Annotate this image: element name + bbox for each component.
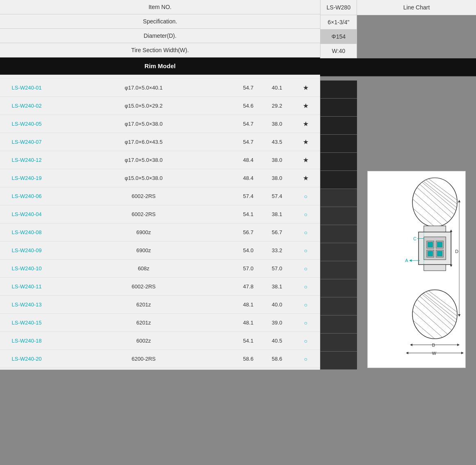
row-num2: 38.1: [263, 280, 291, 293]
row-spec: φ17.0×5.0×40.1: [53, 81, 234, 94]
svg-marker-61: [461, 352, 464, 354]
row-id[interactable]: LS-W240-07: [0, 136, 53, 148]
svg-text:B: B: [432, 343, 435, 348]
row-mark: ○: [291, 280, 320, 293]
row-mark: ★: [291, 135, 320, 149]
svg-point-0: [412, 178, 457, 227]
row-id[interactable]: LS-W240-06: [0, 190, 53, 203]
row-spec: 6002-2RS: [53, 190, 234, 203]
row-num1: 57.4: [234, 190, 263, 203]
svg-text:W: W: [432, 351, 437, 356]
table-row: LS-W240-19 φ15.0×5.0×38.0 48.4 38.0 ★: [0, 169, 320, 187]
row-id[interactable]: LS-W240-20: [0, 352, 53, 365]
row-id[interactable]: LS-W240-04: [0, 208, 53, 221]
row-mark: ○: [291, 298, 320, 311]
row-num1: 54.6: [234, 99, 263, 112]
svg-marker-56: [410, 343, 412, 346]
svg-point-28: [412, 290, 457, 339]
svg-marker-49: [409, 259, 412, 262]
row-num2: 38.1: [263, 208, 291, 221]
table-row: LS-W240-18 6002z 54.1 40.5 ○: [0, 332, 320, 350]
row-num2: 39.0: [263, 316, 291, 329]
table-row: LS-W240-08 6900z 56.7 56.7 ○: [0, 223, 320, 242]
row-num2: 40.1: [263, 81, 291, 94]
row-num1: 48.4: [234, 172, 263, 184]
row-id[interactable]: LS-W240-18: [0, 334, 53, 347]
table-row: LS-W240-04 6002-2RS 54.1 38.1 ○: [0, 205, 320, 223]
row-num1: 54.1: [234, 334, 263, 347]
spec-value: 6×1-3/4": [320, 15, 357, 30]
row-id[interactable]: LS-W240-12: [0, 154, 53, 166]
row-mark: ○: [291, 316, 320, 329]
table-row: LS-W240-05 φ17.0×5.0×38.0 54.7 38.0 ★: [0, 115, 320, 133]
row-id[interactable]: LS-W240-19: [0, 172, 53, 184]
ls-w280-header: LS-W280: [320, 0, 357, 15]
row-num2: 43.5: [263, 136, 291, 148]
row-spec: 6900z: [53, 226, 234, 239]
row-num1: 58.6: [234, 352, 263, 365]
row-num2: 38.0: [263, 154, 291, 166]
svg-rect-24: [437, 242, 442, 247]
row-spec: 6002z: [53, 334, 234, 347]
svg-marker-53: [450, 265, 452, 267]
row-num1: 54.7: [234, 117, 263, 130]
line-chart-diagram: C A D B: [367, 171, 466, 368]
row-mark: ★: [291, 171, 320, 185]
row-num1: 54.7: [234, 81, 263, 94]
row-mark: ★: [291, 117, 320, 131]
table-row: LS-W240-10 608z 57.0 57.0 ○: [0, 260, 320, 278]
row-num2: 40.0: [263, 298, 291, 311]
row-spec: 6002-2RS: [53, 208, 234, 221]
row-mark: ★: [291, 81, 320, 95]
row-spec: φ17.0×6.0×43.5: [53, 136, 234, 148]
tire-width-value: W:40: [320, 44, 357, 58]
row-id[interactable]: LS-W240-11: [0, 280, 53, 293]
row-mark: ○: [291, 208, 320, 221]
svg-text:C: C: [413, 236, 416, 241]
svg-marker-60: [406, 352, 408, 354]
row-id[interactable]: LS-W240-02: [0, 99, 53, 112]
table-row: LS-W240-13 6201z 48.1 40.0 ○: [0, 296, 320, 314]
row-id[interactable]: LS-W240-10: [0, 262, 53, 275]
row-num1: 54.0: [234, 244, 263, 257]
table-row: LS-W240-07 φ17.0×6.0×43.5 54.7 43.5 ★: [0, 133, 320, 151]
svg-marker-63: [458, 200, 460, 202]
row-id[interactable]: LS-W240-01: [0, 81, 53, 94]
row-spec: φ17.0×5.0×38.0: [53, 117, 234, 130]
svg-rect-23: [428, 242, 433, 247]
row-mark: ○: [291, 226, 320, 239]
svg-marker-57: [457, 343, 460, 346]
row-num2: 58.6: [263, 352, 291, 365]
row-spec: φ15.0×5.0×29.2: [53, 99, 234, 112]
row-spec: 6900z: [53, 244, 234, 257]
row-mark: ○: [291, 334, 320, 348]
row-num2: 57.4: [263, 190, 291, 203]
row-spec: 608z: [53, 262, 234, 275]
row-id[interactable]: LS-W240-08: [0, 226, 53, 239]
row-num1: 48.1: [234, 298, 263, 311]
row-mark: ○: [291, 190, 320, 203]
row-num1: 48.1: [234, 316, 263, 329]
row-id[interactable]: LS-W240-09: [0, 244, 53, 257]
row-id[interactable]: LS-W240-05: [0, 117, 53, 130]
row-spec: φ17.0×5.0×38.0: [53, 154, 234, 166]
tire-section-label: Tire Section Width(W).: [0, 43, 320, 57]
row-num2: 33.2: [263, 244, 291, 257]
row-spec: 6002-2RS: [53, 280, 234, 293]
table-row: LS-W240-15 6201z 48.1 39.0 ○: [0, 314, 320, 332]
table-row: LS-W240-06 6002-2RS 57.4 57.4 ○: [0, 187, 320, 205]
svg-marker-52: [450, 230, 452, 232]
row-mark: ★: [291, 153, 320, 167]
row-num2: 56.7: [263, 226, 291, 239]
row-num1: 54.7: [234, 136, 263, 148]
item-no-label: Item NO.: [0, 0, 320, 14]
table-row: LS-W240-20 6200-2RS 58.6 58.6 ○: [0, 350, 320, 368]
row-id[interactable]: LS-W240-13: [0, 298, 53, 311]
line-chart-header: Line Chart: [357, 0, 476, 15]
row-num1: 47.8: [234, 280, 263, 293]
table-row: LS-W240-02 φ15.0×5.0×29.2 54.6 29.2 ★: [0, 97, 320, 115]
table-row: LS-W240-09 6900z 54.0 33.2 ○: [0, 242, 320, 260]
row-id[interactable]: LS-W240-15: [0, 316, 53, 329]
row-spec: 6201z: [53, 298, 234, 311]
table-row: LS-W240-12 φ17.0×5.0×38.0 48.4 38.0 ★: [0, 151, 320, 169]
